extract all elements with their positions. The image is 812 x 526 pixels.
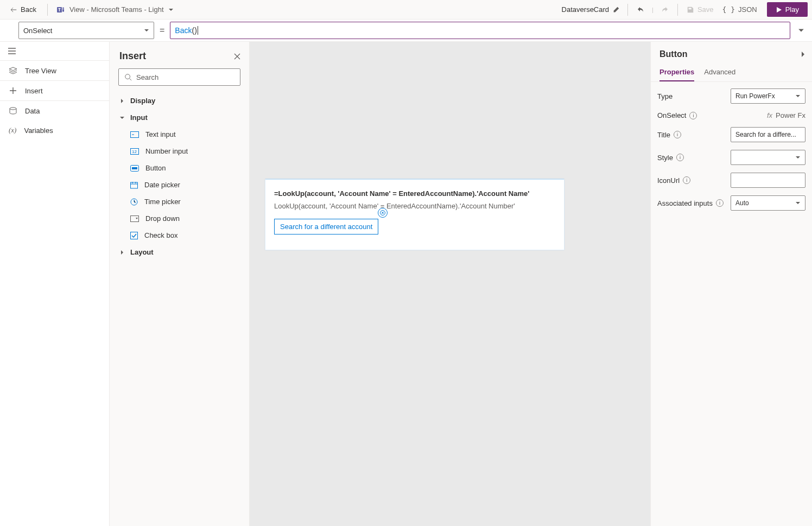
info-icon[interactable]: i bbox=[683, 176, 690, 184]
tab-advanced[interactable]: Advanced bbox=[704, 64, 735, 81]
property-selector[interactable]: OnSelect bbox=[18, 22, 154, 39]
back-label: Back bbox=[21, 5, 36, 14]
associated-select[interactable]: Auto bbox=[731, 195, 805, 211]
svg-rect-4 bbox=[131, 131, 139, 137]
rail-insert[interactable]: Insert bbox=[0, 80, 109, 101]
plus-icon bbox=[9, 86, 17, 95]
info-icon[interactable]: i bbox=[716, 199, 724, 207]
close-circle-icon bbox=[380, 210, 385, 216]
rail-variables[interactable]: (x) Variables bbox=[0, 121, 109, 140]
teams-icon bbox=[56, 5, 65, 14]
prop-row-style: Stylei bbox=[657, 150, 805, 165]
separator bbox=[677, 4, 678, 16]
close-icon bbox=[234, 53, 240, 60]
insert-button[interactable]: Button bbox=[110, 160, 249, 176]
insert-item-label: Date picker bbox=[144, 181, 180, 189]
prop-row-associated: Associated inputsi Auto bbox=[657, 195, 805, 211]
number-input-icon: 12 bbox=[130, 148, 139, 155]
undo-icon bbox=[637, 5, 645, 14]
save-icon bbox=[687, 6, 694, 14]
formula-function: Back bbox=[175, 26, 192, 35]
insert-drop-down[interactable]: Drop down bbox=[110, 210, 249, 227]
chevron-right-icon bbox=[800, 50, 805, 58]
card-name-field[interactable]: DataverseCard bbox=[560, 4, 622, 15]
json-button[interactable]: { } JSON bbox=[719, 3, 760, 16]
redo-button bbox=[657, 3, 672, 16]
category-label: Input bbox=[130, 113, 148, 122]
onselect-text: Power Fx bbox=[776, 111, 805, 119]
redo-icon bbox=[660, 5, 669, 14]
fx-icon: fx bbox=[767, 111, 772, 119]
database-icon bbox=[9, 106, 17, 115]
formula-input[interactable]: Back() bbox=[170, 22, 790, 39]
hamburger-button[interactable] bbox=[0, 42, 109, 60]
insert-panel-title: Insert bbox=[119, 50, 146, 62]
arrow-left-icon bbox=[10, 6, 17, 14]
equals-sign: = bbox=[160, 26, 164, 35]
separator bbox=[47, 4, 48, 16]
hamburger-icon bbox=[8, 47, 16, 55]
card-action-button[interactable]: Search for a different account bbox=[274, 219, 378, 235]
rail-data[interactable]: Data bbox=[0, 101, 109, 121]
category-input[interactable]: Input bbox=[110, 109, 249, 126]
card-title-text: =LookUp(account, 'Account Name' = Entere… bbox=[274, 189, 555, 198]
rail-label: Tree View bbox=[25, 67, 56, 75]
category-display[interactable]: Display bbox=[110, 92, 249, 109]
dropdown-icon bbox=[130, 216, 139, 222]
play-label: Play bbox=[785, 5, 799, 14]
rail-tree-view[interactable]: Tree View bbox=[0, 61, 109, 80]
prop-row-type: Type Run PowerFx bbox=[657, 88, 805, 104]
chevron-down-icon bbox=[798, 27, 804, 34]
info-icon[interactable]: i bbox=[689, 112, 697, 119]
onselect-value[interactable]: fx Power Fx bbox=[767, 111, 805, 119]
info-icon[interactable]: i bbox=[674, 131, 681, 138]
close-insert-panel-button[interactable] bbox=[234, 53, 240, 60]
separator bbox=[627, 4, 628, 16]
button-icon bbox=[130, 165, 139, 172]
card-preview[interactable]: =LookUp(account, 'Account Name' = Entere… bbox=[265, 179, 564, 250]
prop-label: Style bbox=[657, 154, 673, 162]
formula-args: () bbox=[192, 26, 196, 35]
info-icon[interactable]: i bbox=[676, 154, 684, 161]
insert-item-label: Button bbox=[145, 164, 166, 172]
svg-point-2 bbox=[10, 107, 16, 110]
expand-formula-button[interactable] bbox=[796, 25, 807, 36]
selection-handle[interactable] bbox=[378, 208, 388, 218]
insert-check-box[interactable]: Check box bbox=[110, 227, 249, 244]
style-select[interactable] bbox=[731, 150, 805, 165]
title-input[interactable] bbox=[731, 127, 805, 142]
prop-row-iconurl: IconUrli bbox=[657, 173, 805, 188]
svg-rect-11 bbox=[131, 216, 139, 221]
view-theme-dropdown[interactable]: View - Microsoft Teams - Light bbox=[53, 3, 177, 16]
back-button[interactable]: Back bbox=[4, 3, 42, 16]
left-rail: Tree View Insert Data (x) Variables bbox=[0, 42, 110, 526]
prop-label: OnSelect bbox=[657, 111, 686, 119]
prop-row-title: Titlei bbox=[657, 127, 805, 142]
view-theme-label: View - Microsoft Teams - Light bbox=[69, 5, 164, 14]
canvas[interactable]: =LookUp(account, 'Account Name' = Entere… bbox=[250, 42, 650, 526]
undo-button[interactable] bbox=[633, 3, 649, 16]
play-button[interactable]: Play bbox=[767, 2, 808, 17]
search-icon bbox=[124, 73, 132, 81]
insert-date-picker[interactable]: Date picker bbox=[110, 176, 249, 193]
tab-properties[interactable]: Properties bbox=[659, 64, 694, 81]
braces-icon: { } bbox=[722, 5, 735, 14]
type-select[interactable]: Run PowerFx bbox=[731, 88, 805, 104]
category-label: Display bbox=[130, 97, 155, 105]
svg-rect-9 bbox=[131, 182, 138, 188]
insert-number-input[interactable]: 12 Number input bbox=[110, 143, 249, 160]
svg-text:12: 12 bbox=[132, 149, 137, 154]
prop-label: Title bbox=[657, 131, 670, 139]
text-input-icon bbox=[130, 131, 139, 138]
chevron-down-icon bbox=[144, 28, 149, 33]
clock-icon bbox=[130, 198, 138, 206]
variable-icon: (x) bbox=[9, 126, 16, 135]
properties-expand-button[interactable] bbox=[800, 50, 805, 58]
category-layout[interactable]: Layout bbox=[110, 244, 249, 261]
insert-search-input[interactable]: Search bbox=[118, 68, 240, 86]
insert-text-input[interactable]: Text input bbox=[110, 126, 249, 143]
insert-time-picker[interactable]: Time picker bbox=[110, 193, 249, 210]
iconurl-input[interactable] bbox=[731, 173, 805, 188]
properties-title: Button bbox=[659, 49, 688, 59]
svg-rect-12 bbox=[131, 232, 138, 239]
